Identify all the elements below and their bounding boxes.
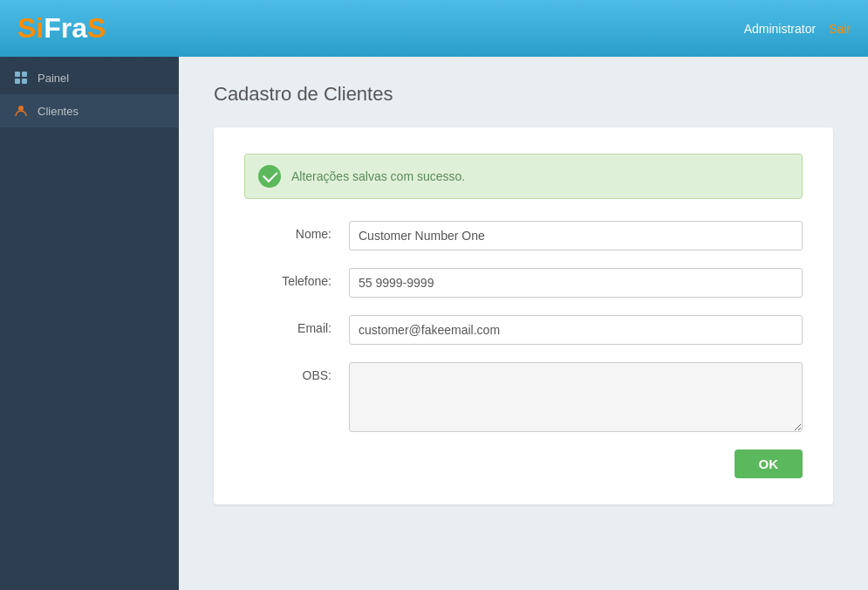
alert-message: Alterações salvas com sucesso. bbox=[291, 169, 465, 183]
page-title: Cadastro de Clientes bbox=[214, 83, 833, 106]
email-input[interactable] bbox=[349, 315, 803, 345]
obs-textarea[interactable] bbox=[349, 362, 803, 432]
svg-rect-2 bbox=[15, 79, 20, 84]
panel-icon bbox=[13, 70, 29, 86]
form-card: Alterações salvas com sucesso. Nome: Tel… bbox=[214, 127, 833, 504]
content-area: Cadastro de Clientes Alterações salvas c… bbox=[179, 57, 868, 590]
svg-point-4 bbox=[18, 106, 24, 111]
svg-rect-3 bbox=[22, 79, 27, 84]
sidebar: Painel Clientes bbox=[0, 57, 179, 590]
svg-rect-0 bbox=[15, 72, 20, 77]
nome-row: Nome: bbox=[244, 221, 803, 250]
nome-label: Nome: bbox=[244, 221, 331, 241]
header: SiFraS Administrator Sair bbox=[0, 0, 868, 57]
svg-rect-1 bbox=[22, 72, 27, 77]
clients-icon bbox=[13, 103, 29, 119]
logo-si: Si bbox=[17, 12, 44, 44]
nome-input[interactable] bbox=[349, 221, 803, 250]
logo: SiFraS bbox=[17, 12, 106, 45]
telefone-input[interactable] bbox=[349, 268, 803, 298]
ok-button[interactable]: OK bbox=[735, 449, 803, 478]
email-row: Email: bbox=[244, 315, 803, 345]
button-row: OK bbox=[244, 449, 803, 478]
success-icon bbox=[258, 165, 281, 188]
sair-link[interactable]: Sair bbox=[829, 22, 851, 36]
obs-row: OBS: bbox=[244, 362, 803, 432]
sidebar-item-painel[interactable]: Painel bbox=[0, 61, 179, 94]
sidebar-painel-label: Painel bbox=[38, 72, 69, 85]
sidebar-item-clientes[interactable]: Clientes bbox=[0, 94, 179, 127]
sidebar-clientes-label: Clientes bbox=[38, 105, 79, 118]
telefone-row: Telefone: bbox=[244, 268, 803, 298]
logo-fra: Fra bbox=[44, 12, 87, 44]
alert-success: Alterações salvas com sucesso. bbox=[244, 154, 803, 199]
header-right: Administrator Sair bbox=[744, 22, 851, 36]
main-layout: Painel Clientes Cadastro de Clientes Alt… bbox=[0, 57, 868, 590]
header-admin-label: Administrator bbox=[744, 22, 816, 36]
obs-label: OBS: bbox=[244, 362, 331, 382]
telefone-label: Telefone: bbox=[244, 268, 331, 288]
logo-s: S bbox=[87, 12, 106, 44]
email-label: Email: bbox=[244, 315, 331, 335]
